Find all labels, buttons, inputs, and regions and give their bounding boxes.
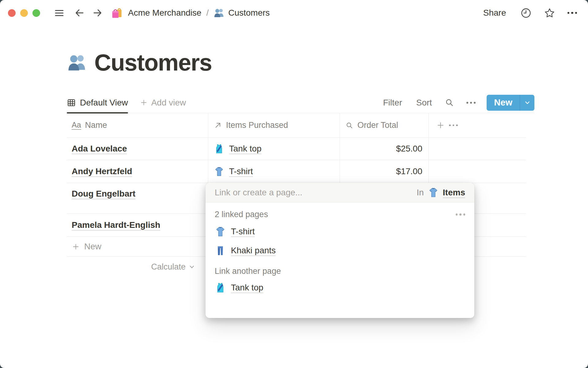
new-button-label[interactable]: New	[487, 98, 520, 108]
column-header-items-purchased[interactable]: Items Purchased	[208, 113, 340, 137]
title-property-icon: Aa	[72, 121, 81, 129]
star-icon[interactable]	[544, 7, 555, 19]
close-window-button[interactable]	[8, 9, 16, 17]
table-row: Ada Lovelace Tank top $25.00	[67, 138, 526, 160]
plus-icon	[140, 98, 148, 107]
items-database-link[interactable]: Items	[443, 188, 465, 197]
shopping-bags-icon	[111, 6, 124, 19]
name-cell[interactable]: Ada Lovelace	[67, 138, 208, 160]
table-view-icon	[67, 98, 76, 107]
name-cell[interactable]: Doug Engelbart	[67, 183, 208, 213]
t-shirt-icon	[428, 187, 439, 198]
page-link[interactable]: Andy Hertzfeld	[72, 167, 132, 176]
in-label: In	[417, 188, 424, 197]
relation-arrow-icon	[214, 121, 222, 129]
order-total-cell[interactable]: $17.00	[340, 160, 429, 183]
view-options-icon[interactable]	[466, 102, 476, 104]
table-row: Andy Hertzfeld T-shirt $17.00	[67, 160, 526, 183]
more-options-icon[interactable]	[567, 12, 577, 14]
linked-page-item[interactable]: Khaki pants	[215, 244, 465, 257]
add-column-icon[interactable]	[436, 121, 445, 130]
tank-top-icon	[214, 144, 224, 154]
suggested-page-item[interactable]: Tank top	[215, 281, 465, 294]
table-header-row: Aa Name Items Purchased Order Total	[67, 113, 526, 138]
linked-page-label[interactable]: Khaki pants	[231, 246, 276, 255]
relation-target: In Items	[417, 187, 465, 198]
popup-body: 2 linked pages T-shirt Khaki pants Link …	[205, 210, 474, 294]
column-header-name[interactable]: Aa Name	[67, 113, 208, 137]
window-titlebar: Acme Merchandise / Customers Share	[0, 0, 588, 26]
tab-default-view[interactable]: Default View	[67, 92, 128, 113]
column-label: Name	[85, 121, 107, 130]
new-button[interactable]: New	[487, 95, 534, 111]
calculate-label: Calculate	[151, 262, 186, 272]
order-total-cell[interactable]: $25.00	[340, 138, 429, 160]
t-shirt-icon	[214, 166, 224, 177]
sort-button[interactable]: Sort	[416, 98, 432, 108]
breadcrumb-workspace[interactable]: Acme Merchandise	[128, 8, 202, 18]
popup-search-bar: In Items	[205, 183, 474, 202]
relation-link[interactable]: Tank top	[229, 144, 262, 154]
linked-page-label[interactable]: T-shirt	[231, 227, 255, 236]
column-label: Order Total	[357, 121, 398, 130]
window-controls	[8, 9, 40, 17]
minimize-window-button[interactable]	[20, 9, 28, 17]
forward-arrow-icon[interactable]	[92, 7, 103, 18]
page-link[interactable]: Ada Lovelace	[72, 144, 127, 154]
chevron-down-icon	[188, 263, 195, 270]
tank-top-icon	[215, 282, 226, 293]
column-header-order-total[interactable]: Order Total	[340, 113, 429, 137]
link-page-input[interactable]	[215, 188, 417, 197]
suggested-page-label[interactable]: Tank top	[231, 283, 263, 293]
share-button[interactable]: Share	[483, 8, 506, 18]
breadcrumb-page[interactable]: Customers	[228, 8, 270, 18]
link-another-page-label: Link another page	[215, 266, 281, 276]
busts-icon	[213, 7, 224, 18]
breadcrumb-separator: /	[206, 8, 209, 18]
page-title: Customers	[94, 49, 212, 76]
link-page-popup: In Items 2 linked pages T-shirt Khaki pa…	[205, 183, 474, 318]
chevron-down-icon[interactable]	[520, 99, 534, 106]
calculate-button[interactable]: Calculate	[67, 257, 208, 277]
name-cell[interactable]: Andy Hertzfeld	[67, 160, 208, 183]
page-link[interactable]: Pamela Hardt-English	[72, 220, 160, 230]
linked-pages-options-icon[interactable]	[456, 213, 466, 216]
t-shirt-icon	[215, 226, 226, 237]
add-view-label: Add view	[151, 98, 186, 108]
empty-cell	[429, 160, 526, 183]
page-header: Customers	[67, 49, 212, 76]
items-cell[interactable]: Tank top	[208, 138, 340, 160]
plus-icon	[72, 243, 80, 251]
table-options-icon[interactable]	[449, 125, 458, 126]
titlebar-actions: Share	[483, 7, 577, 19]
page-link[interactable]: Doug Engelbart	[72, 189, 135, 199]
view-tab-label: Default View	[80, 98, 128, 108]
linked-page-item[interactable]: T-shirt	[215, 225, 465, 238]
add-view-button[interactable]: Add view	[140, 98, 186, 108]
filter-button[interactable]: Filter	[383, 98, 402, 108]
breadcrumb: Acme Merchandise / Customers	[111, 6, 270, 19]
order-total-value: $25.00	[396, 144, 422, 154]
sidebar-menu-icon[interactable]	[54, 7, 65, 19]
new-row-label: New	[84, 242, 101, 251]
table-header-add-area	[429, 113, 526, 137]
back-arrow-icon[interactable]	[74, 7, 85, 18]
linked-pages-count: 2 linked pages	[215, 210, 268, 219]
zoom-window-button[interactable]	[32, 9, 40, 17]
jeans-icon	[215, 245, 226, 256]
busts-icon[interactable]	[67, 52, 87, 73]
notion-window: Acme Merchandise / Customers Share Custo…	[0, 0, 588, 368]
items-cell[interactable]: T-shirt	[208, 160, 340, 183]
name-cell[interactable]: Pamela Hardt-English	[67, 214, 208, 236]
rollup-search-icon	[345, 121, 353, 129]
relation-link[interactable]: T-shirt	[229, 167, 253, 176]
clock-icon[interactable]	[520, 7, 532, 19]
view-toolbar: Default View Add view Filter Sort New	[67, 92, 534, 113]
order-total-value: $17.00	[396, 167, 422, 176]
column-label: Items Purchased	[226, 121, 288, 130]
search-icon[interactable]	[445, 98, 454, 107]
empty-cell	[429, 138, 526, 160]
